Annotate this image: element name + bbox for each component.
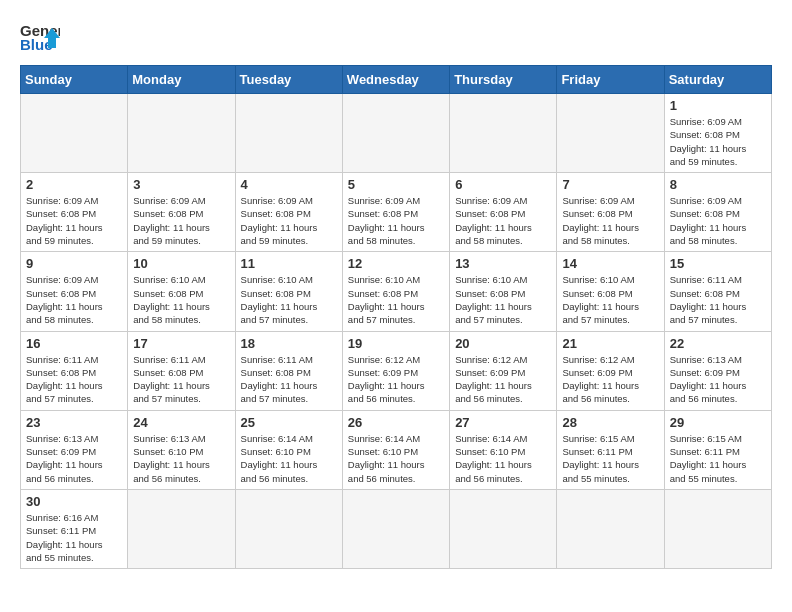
day-number: 4 (241, 177, 337, 192)
calendar-cell: 11Sunrise: 6:10 AM Sunset: 6:08 PM Dayli… (235, 252, 342, 331)
day-number: 21 (562, 336, 658, 351)
day-info: Sunrise: 6:13 AM Sunset: 6:10 PM Dayligh… (133, 432, 229, 485)
day-info: Sunrise: 6:09 AM Sunset: 6:08 PM Dayligh… (562, 194, 658, 247)
calendar-week-2: 2Sunrise: 6:09 AM Sunset: 6:08 PM Daylig… (21, 173, 772, 252)
calendar-cell: 24Sunrise: 6:13 AM Sunset: 6:10 PM Dayli… (128, 410, 235, 489)
day-number: 18 (241, 336, 337, 351)
calendar-cell: 4Sunrise: 6:09 AM Sunset: 6:08 PM Daylig… (235, 173, 342, 252)
logo: General Blue (20, 20, 60, 55)
day-number: 12 (348, 256, 444, 271)
calendar-cell: 2Sunrise: 6:09 AM Sunset: 6:08 PM Daylig… (21, 173, 128, 252)
calendar-cell (235, 94, 342, 173)
calendar-cell: 17Sunrise: 6:11 AM Sunset: 6:08 PM Dayli… (128, 331, 235, 410)
day-info: Sunrise: 6:10 AM Sunset: 6:08 PM Dayligh… (241, 273, 337, 326)
day-number: 5 (348, 177, 444, 192)
calendar-cell (128, 94, 235, 173)
day-info: Sunrise: 6:15 AM Sunset: 6:11 PM Dayligh… (562, 432, 658, 485)
day-number: 8 (670, 177, 766, 192)
calendar-cell: 13Sunrise: 6:10 AM Sunset: 6:08 PM Dayli… (450, 252, 557, 331)
calendar-cell: 1Sunrise: 6:09 AM Sunset: 6:08 PM Daylig… (664, 94, 771, 173)
day-number: 2 (26, 177, 122, 192)
calendar-cell (342, 489, 449, 568)
calendar-cell: 19Sunrise: 6:12 AM Sunset: 6:09 PM Dayli… (342, 331, 449, 410)
calendar-header-row: SundayMondayTuesdayWednesdayThursdayFrid… (21, 66, 772, 94)
day-number: 25 (241, 415, 337, 430)
day-number: 16 (26, 336, 122, 351)
calendar-cell: 12Sunrise: 6:10 AM Sunset: 6:08 PM Dayli… (342, 252, 449, 331)
calendar-cell: 20Sunrise: 6:12 AM Sunset: 6:09 PM Dayli… (450, 331, 557, 410)
day-number: 1 (670, 98, 766, 113)
day-number: 28 (562, 415, 658, 430)
calendar-week-5: 23Sunrise: 6:13 AM Sunset: 6:09 PM Dayli… (21, 410, 772, 489)
day-info: Sunrise: 6:09 AM Sunset: 6:08 PM Dayligh… (455, 194, 551, 247)
day-number: 7 (562, 177, 658, 192)
day-info: Sunrise: 6:10 AM Sunset: 6:08 PM Dayligh… (133, 273, 229, 326)
day-info: Sunrise: 6:11 AM Sunset: 6:08 PM Dayligh… (670, 273, 766, 326)
calendar-cell: 15Sunrise: 6:11 AM Sunset: 6:08 PM Dayli… (664, 252, 771, 331)
calendar-cell: 7Sunrise: 6:09 AM Sunset: 6:08 PM Daylig… (557, 173, 664, 252)
day-number: 29 (670, 415, 766, 430)
calendar-cell: 21Sunrise: 6:12 AM Sunset: 6:09 PM Dayli… (557, 331, 664, 410)
day-info: Sunrise: 6:15 AM Sunset: 6:11 PM Dayligh… (670, 432, 766, 485)
day-info: Sunrise: 6:13 AM Sunset: 6:09 PM Dayligh… (670, 353, 766, 406)
calendar-cell (557, 489, 664, 568)
day-info: Sunrise: 6:10 AM Sunset: 6:08 PM Dayligh… (455, 273, 551, 326)
day-number: 17 (133, 336, 229, 351)
calendar-cell: 10Sunrise: 6:10 AM Sunset: 6:08 PM Dayli… (128, 252, 235, 331)
day-info: Sunrise: 6:13 AM Sunset: 6:09 PM Dayligh… (26, 432, 122, 485)
calendar-cell (450, 489, 557, 568)
day-info: Sunrise: 6:12 AM Sunset: 6:09 PM Dayligh… (348, 353, 444, 406)
day-number: 10 (133, 256, 229, 271)
day-info: Sunrise: 6:14 AM Sunset: 6:10 PM Dayligh… (455, 432, 551, 485)
calendar-cell (21, 94, 128, 173)
day-number: 6 (455, 177, 551, 192)
calendar-week-4: 16Sunrise: 6:11 AM Sunset: 6:08 PM Dayli… (21, 331, 772, 410)
day-header-friday: Friday (557, 66, 664, 94)
calendar-cell: 28Sunrise: 6:15 AM Sunset: 6:11 PM Dayli… (557, 410, 664, 489)
day-number: 13 (455, 256, 551, 271)
day-info: Sunrise: 6:11 AM Sunset: 6:08 PM Dayligh… (133, 353, 229, 406)
calendar-cell: 27Sunrise: 6:14 AM Sunset: 6:10 PM Dayli… (450, 410, 557, 489)
calendar-cell: 5Sunrise: 6:09 AM Sunset: 6:08 PM Daylig… (342, 173, 449, 252)
calendar-cell (557, 94, 664, 173)
day-info: Sunrise: 6:10 AM Sunset: 6:08 PM Dayligh… (562, 273, 658, 326)
day-number: 11 (241, 256, 337, 271)
day-header-wednesday: Wednesday (342, 66, 449, 94)
logo-icon: General Blue (20, 20, 60, 55)
day-header-saturday: Saturday (664, 66, 771, 94)
calendar-week-1: 1Sunrise: 6:09 AM Sunset: 6:08 PM Daylig… (21, 94, 772, 173)
day-info: Sunrise: 6:09 AM Sunset: 6:08 PM Dayligh… (348, 194, 444, 247)
day-header-thursday: Thursday (450, 66, 557, 94)
calendar-cell: 30Sunrise: 6:16 AM Sunset: 6:11 PM Dayli… (21, 489, 128, 568)
day-number: 19 (348, 336, 444, 351)
calendar-cell: 29Sunrise: 6:15 AM Sunset: 6:11 PM Dayli… (664, 410, 771, 489)
day-number: 15 (670, 256, 766, 271)
day-number: 20 (455, 336, 551, 351)
calendar-week-6: 30Sunrise: 6:16 AM Sunset: 6:11 PM Dayli… (21, 489, 772, 568)
day-number: 3 (133, 177, 229, 192)
calendar-cell: 9Sunrise: 6:09 AM Sunset: 6:08 PM Daylig… (21, 252, 128, 331)
calendar-cell (128, 489, 235, 568)
day-info: Sunrise: 6:12 AM Sunset: 6:09 PM Dayligh… (562, 353, 658, 406)
calendar-cell (235, 489, 342, 568)
day-info: Sunrise: 6:16 AM Sunset: 6:11 PM Dayligh… (26, 511, 122, 564)
day-number: 26 (348, 415, 444, 430)
day-info: Sunrise: 6:12 AM Sunset: 6:09 PM Dayligh… (455, 353, 551, 406)
day-info: Sunrise: 6:11 AM Sunset: 6:08 PM Dayligh… (241, 353, 337, 406)
day-number: 24 (133, 415, 229, 430)
calendar-cell: 16Sunrise: 6:11 AM Sunset: 6:08 PM Dayli… (21, 331, 128, 410)
day-info: Sunrise: 6:11 AM Sunset: 6:08 PM Dayligh… (26, 353, 122, 406)
day-number: 27 (455, 415, 551, 430)
calendar-cell: 23Sunrise: 6:13 AM Sunset: 6:09 PM Dayli… (21, 410, 128, 489)
day-number: 14 (562, 256, 658, 271)
day-number: 22 (670, 336, 766, 351)
day-info: Sunrise: 6:14 AM Sunset: 6:10 PM Dayligh… (241, 432, 337, 485)
calendar-cell: 6Sunrise: 6:09 AM Sunset: 6:08 PM Daylig… (450, 173, 557, 252)
day-number: 30 (26, 494, 122, 509)
day-info: Sunrise: 6:14 AM Sunset: 6:10 PM Dayligh… (348, 432, 444, 485)
day-number: 23 (26, 415, 122, 430)
day-number: 9 (26, 256, 122, 271)
calendar-cell: 14Sunrise: 6:10 AM Sunset: 6:08 PM Dayli… (557, 252, 664, 331)
day-info: Sunrise: 6:09 AM Sunset: 6:08 PM Dayligh… (241, 194, 337, 247)
calendar-cell: 25Sunrise: 6:14 AM Sunset: 6:10 PM Dayli… (235, 410, 342, 489)
